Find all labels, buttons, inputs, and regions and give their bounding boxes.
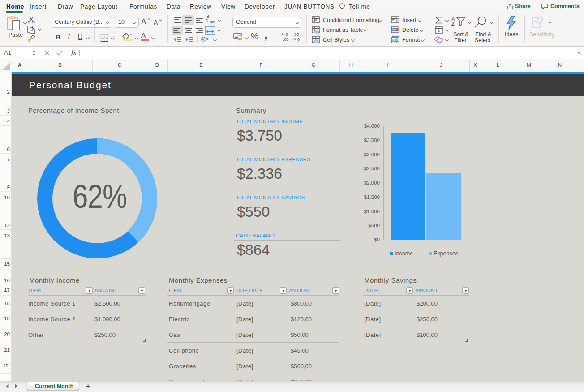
svg-text:.00: .00 xyxy=(293,32,299,37)
svg-text:.00: .00 xyxy=(283,37,289,42)
svg-text:0: 0 xyxy=(286,32,288,37)
svg-text:0: 0 xyxy=(297,37,300,42)
svg-text:ab: ab xyxy=(201,36,206,42)
